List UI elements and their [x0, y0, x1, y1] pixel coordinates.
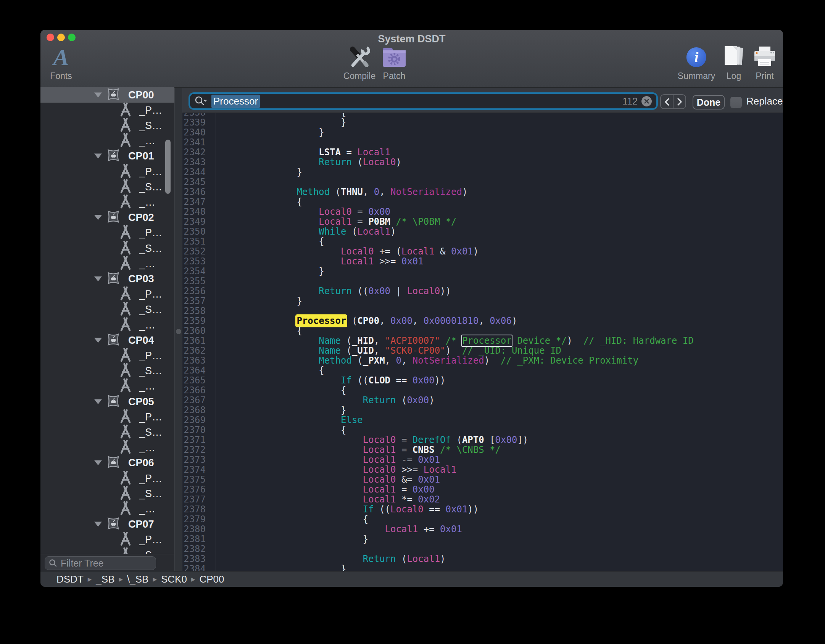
- code-line[interactable]: 2358: [182, 306, 783, 316]
- code-line[interactable]: 2366 {: [182, 385, 783, 395]
- toolbar-item-fonts[interactable]: A Fonts: [50, 45, 72, 81]
- breadcrumb-item[interactable]: CP00: [199, 573, 224, 585]
- toolbar-item-log[interactable]: Log: [723, 45, 745, 81]
- tree-row-method[interactable]: _P…: [40, 287, 174, 302]
- code-line[interactable]: 2377 Local1 *= 0x02: [182, 494, 783, 504]
- toolbar-item-patch[interactable]: Patch: [382, 45, 406, 81]
- code-line[interactable]: 2360 {: [182, 326, 783, 336]
- code-line[interactable]: 2378 If ((Local0 == 0x01)): [182, 504, 783, 514]
- code-line[interactable]: 2339 }: [182, 118, 783, 127]
- code-line[interactable]: 2354 }: [182, 266, 783, 276]
- code-line[interactable]: 2380 Local1 += 0x01: [182, 524, 783, 534]
- tree-row-cp00[interactable]: CP00: [40, 87, 174, 103]
- code-line[interactable]: 2348 Local0 = 0x00: [182, 207, 783, 217]
- replace-checkbox[interactable]: [730, 97, 742, 108]
- code-line[interactable]: 2347 {: [182, 197, 783, 207]
- disclosure-triangle-icon[interactable]: [94, 399, 102, 404]
- code-line[interactable]: 2355: [182, 276, 783, 286]
- code-line[interactable]: 2379 {: [182, 514, 783, 524]
- done-button[interactable]: Done: [693, 95, 725, 109]
- code-line[interactable]: 2368 }: [182, 405, 783, 415]
- code-line[interactable]: 2371 Local0 = DerefOf (APT0 [0x00]): [182, 435, 783, 445]
- search-field[interactable]: Processor 112: [189, 92, 658, 110]
- tree-row-method[interactable]: _S…: [40, 363, 174, 379]
- sidebar-scrollbar[interactable]: [165, 140, 171, 194]
- code-line[interactable]: 2381 }: [182, 534, 783, 544]
- toolbar-item-compile[interactable]: Compile: [343, 45, 375, 81]
- code-line[interactable]: 2356 Return ((0x00 | Local0)): [182, 286, 783, 296]
- code-line[interactable]: 2372 Local1 = CNBS /* \CNBS */: [182, 445, 783, 455]
- code-line[interactable]: 2359 Processor (CP00, 0x00, 0x00001810, …: [182, 316, 783, 326]
- code-line[interactable]: 2340 }: [182, 127, 783, 137]
- code-line[interactable]: 2357 }: [182, 296, 783, 306]
- code-line[interactable]: 2349 Local1 = P0BM /* \P0BM */: [182, 217, 783, 227]
- tree-row-method[interactable]: _P…: [40, 409, 174, 425]
- tree-row-method[interactable]: _…: [40, 501, 174, 517]
- tree-row-method[interactable]: _S…: [40, 240, 174, 256]
- breadcrumb-item[interactable]: SCK0: [161, 573, 187, 585]
- clear-search-button[interactable]: [641, 96, 652, 106]
- code-line[interactable]: 2384 }: [182, 564, 783, 571]
- tree-row-method[interactable]: _S…: [40, 486, 174, 501]
- tree-row-method[interactable]: _…: [40, 133, 174, 149]
- tree-row-method[interactable]: _…: [40, 440, 174, 456]
- tree-row-cp02[interactable]: CP02: [40, 210, 174, 225]
- tree-row-cp01[interactable]: CP01: [40, 148, 174, 164]
- code-line[interactable]: 2373 Local1 -= 0x01: [182, 455, 783, 465]
- disclosure-triangle-icon[interactable]: [94, 276, 102, 281]
- code-line[interactable]: 2362 Name (_UID, "SCK0-CP00") // _UID: U…: [182, 346, 783, 356]
- disclosure-triangle-icon[interactable]: [94, 215, 102, 220]
- tree-row-method[interactable]: _P…: [40, 164, 174, 179]
- code-line[interactable]: 2369 Else: [182, 415, 783, 425]
- tree-row-method[interactable]: _S…: [40, 118, 174, 133]
- disclosure-triangle-icon[interactable]: [94, 460, 102, 465]
- code-line[interactable]: 2376 Local1 = 0x00: [182, 485, 783, 494]
- code-line[interactable]: 2365 If ((CLOD == 0x00)): [182, 375, 783, 385]
- code-line[interactable]: 2346 Method (THNU, 0, NotSerialized): [182, 187, 783, 197]
- tree-row-cp06[interactable]: CP06: [40, 455, 174, 471]
- tree-row-cp03[interactable]: CP03: [40, 271, 174, 287]
- code-line[interactable]: 2367 Return (0x00): [182, 395, 783, 405]
- tree-row-method[interactable]: _P…: [40, 348, 174, 363]
- tree-row-cp07[interactable]: CP07: [40, 517, 174, 532]
- toolbar-item-summary[interactable]: i Summary: [678, 45, 715, 81]
- code-line[interactable]: 2361 Name (_HID, "ACPI0007" /* Processor…: [182, 336, 783, 346]
- tree-row-method[interactable]: _…: [40, 256, 174, 271]
- code-line[interactable]: 2343 Return (Local0): [182, 157, 783, 167]
- tree-row-method[interactable]: _P…: [40, 532, 174, 547]
- tree-row-method[interactable]: _P…: [40, 470, 174, 486]
- code-line[interactable]: 2364 {: [182, 365, 783, 375]
- code-line[interactable]: 2374 Local0 >>= Local1: [182, 465, 783, 475]
- toolbar-item-print[interactable]: Print: [753, 45, 776, 81]
- breadcrumb-item[interactable]: DSDT: [56, 573, 84, 585]
- disclosure-triangle-icon[interactable]: [94, 522, 102, 527]
- tree-row-method[interactable]: _…: [40, 378, 174, 394]
- tree-row-method[interactable]: _S…: [40, 179, 174, 195]
- code-line[interactable]: 2345: [182, 177, 783, 187]
- code-line[interactable]: 2382: [182, 544, 783, 554]
- tree-row-method[interactable]: _S…: [40, 302, 174, 317]
- next-match-button[interactable]: [674, 95, 685, 108]
- tree-row-method[interactable]: _S…: [40, 547, 174, 555]
- code-line[interactable]: 2352 Local0 += (Local1 & 0x01): [182, 246, 783, 256]
- pane-divider[interactable]: [174, 88, 182, 571]
- code-line[interactable]: 2363 Method (_PXM, 0, NotSerialized) // …: [182, 356, 783, 365]
- code-line[interactable]: 2351 {: [182, 237, 783, 246]
- code-line[interactable]: 2342 LSTA = Local1: [182, 147, 783, 157]
- previous-match-button[interactable]: [661, 95, 674, 108]
- breadcrumb-item[interactable]: _SB: [96, 573, 114, 585]
- tree-row-method[interactable]: _S…: [40, 424, 174, 440]
- tree-row-method[interactable]: _…: [40, 194, 174, 210]
- tree-row-method[interactable]: _P…: [40, 102, 174, 118]
- code-line[interactable]: 2353 Local1 >>= 0x01: [182, 256, 783, 266]
- code-line[interactable]: 2344 }: [182, 167, 783, 177]
- tree-row-cp04[interactable]: CP04: [40, 332, 174, 348]
- filter-input[interactable]: Filter Tree: [45, 556, 156, 570]
- code-line[interactable]: 2370 {: [182, 425, 783, 435]
- code-line[interactable]: 2350 While (Local1): [182, 227, 783, 237]
- disclosure-triangle-icon[interactable]: [94, 154, 102, 159]
- disclosure-triangle-icon[interactable]: [94, 338, 102, 343]
- tree-row-method[interactable]: _P…: [40, 225, 174, 241]
- code-line[interactable]: 2375 Local0 &= 0x01: [182, 475, 783, 485]
- disclosure-triangle-icon[interactable]: [94, 92, 102, 97]
